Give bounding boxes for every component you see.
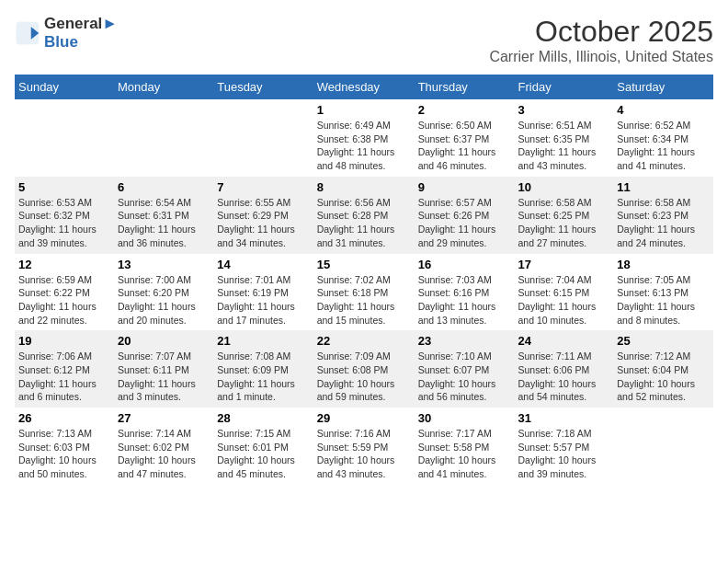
day-info: Sunrise: 7:00 AM Sunset: 6:20 PM Dayligh… [118, 273, 210, 327]
day-number: 28 [217, 411, 309, 425]
calendar-cell: 22Sunrise: 7:09 AM Sunset: 6:08 PM Dayli… [313, 330, 415, 408]
logo: General► Blue [15, 15, 118, 52]
day-number: 20 [118, 334, 210, 348]
weekday-header-row: SundayMondayTuesdayWednesdayThursdayFrid… [15, 75, 713, 99]
week-row-1: 1Sunrise: 6:49 AM Sunset: 6:38 PM Daylig… [15, 99, 713, 177]
day-info: Sunrise: 7:12 AM Sunset: 6:04 PM Dayligh… [617, 350, 710, 404]
day-number: 5 [18, 180, 110, 194]
day-number: 8 [317, 180, 411, 194]
day-number: 21 [217, 334, 309, 348]
day-number: 29 [317, 411, 411, 425]
calendar-cell [613, 408, 713, 485]
day-number: 25 [617, 334, 710, 348]
calendar-cell: 20Sunrise: 7:07 AM Sunset: 6:11 PM Dayli… [114, 330, 213, 408]
weekday-header-sunday: Sunday [15, 75, 114, 99]
day-number: 16 [418, 258, 511, 271]
day-number: 30 [418, 411, 511, 425]
day-number: 12 [18, 258, 110, 271]
day-number: 10 [518, 180, 610, 194]
location-title: Carrier Mills, Illinois, United States [489, 49, 713, 65]
day-info: Sunrise: 6:53 AM Sunset: 6:32 PM Dayligh… [18, 196, 110, 250]
calendar-cell: 11Sunrise: 6:58 AM Sunset: 6:23 PM Dayli… [613, 177, 713, 254]
calendar-table: SundayMondayTuesdayWednesdayThursdayFrid… [15, 75, 713, 485]
calendar-cell: 3Sunrise: 6:51 AM Sunset: 6:35 PM Daylig… [515, 99, 614, 177]
page-header: General► Blue October 2025 Carrier Mills… [15, 15, 713, 65]
day-info: Sunrise: 6:50 AM Sunset: 6:37 PM Dayligh… [418, 119, 511, 173]
calendar-cell: 19Sunrise: 7:06 AM Sunset: 6:12 PM Dayli… [15, 330, 114, 408]
day-info: Sunrise: 7:08 AM Sunset: 6:09 PM Dayligh… [217, 350, 309, 404]
day-number: 14 [217, 258, 309, 271]
calendar-cell: 29Sunrise: 7:16 AM Sunset: 5:59 PM Dayli… [313, 408, 415, 485]
day-info: Sunrise: 7:16 AM Sunset: 5:59 PM Dayligh… [317, 427, 411, 481]
day-info: Sunrise: 6:57 AM Sunset: 6:26 PM Dayligh… [418, 196, 511, 250]
logo-icon [15, 20, 40, 46]
week-row-2: 5Sunrise: 6:53 AM Sunset: 6:32 PM Daylig… [15, 177, 713, 254]
day-number: 26 [18, 411, 110, 425]
day-number: 27 [118, 411, 210, 425]
calendar-cell: 21Sunrise: 7:08 AM Sunset: 6:09 PM Dayli… [213, 330, 313, 408]
logo-text: General► Blue [44, 15, 118, 52]
calendar-cell: 5Sunrise: 6:53 AM Sunset: 6:32 PM Daylig… [15, 177, 114, 254]
day-info: Sunrise: 7:17 AM Sunset: 5:58 PM Dayligh… [418, 427, 511, 481]
day-number: 18 [617, 258, 710, 271]
day-info: Sunrise: 6:49 AM Sunset: 6:38 PM Dayligh… [317, 119, 411, 173]
month-title: October 2025 [489, 15, 713, 49]
day-info: Sunrise: 6:59 AM Sunset: 6:22 PM Dayligh… [18, 273, 110, 327]
day-info: Sunrise: 7:04 AM Sunset: 6:15 PM Dayligh… [518, 273, 610, 327]
day-number: 6 [118, 180, 210, 194]
day-info: Sunrise: 7:18 AM Sunset: 5:57 PM Dayligh… [518, 427, 610, 481]
calendar-cell: 24Sunrise: 7:11 AM Sunset: 6:06 PM Dayli… [515, 330, 614, 408]
day-info: Sunrise: 7:05 AM Sunset: 6:13 PM Dayligh… [617, 273, 710, 327]
day-number: 15 [317, 258, 411, 271]
day-number: 1 [317, 103, 411, 117]
calendar-cell: 4Sunrise: 6:52 AM Sunset: 6:34 PM Daylig… [613, 99, 713, 177]
day-number: 4 [617, 103, 710, 117]
day-info: Sunrise: 7:03 AM Sunset: 6:16 PM Dayligh… [418, 273, 511, 327]
day-info: Sunrise: 6:51 AM Sunset: 6:35 PM Dayligh… [518, 119, 610, 173]
day-number: 23 [418, 334, 511, 348]
calendar-cell: 25Sunrise: 7:12 AM Sunset: 6:04 PM Dayli… [613, 330, 713, 408]
day-info: Sunrise: 6:55 AM Sunset: 6:29 PM Dayligh… [217, 196, 309, 250]
day-number: 7 [217, 180, 309, 194]
calendar-cell: 17Sunrise: 7:04 AM Sunset: 6:15 PM Dayli… [515, 254, 614, 331]
day-info: Sunrise: 6:54 AM Sunset: 6:31 PM Dayligh… [118, 196, 210, 250]
day-number: 13 [118, 258, 210, 271]
calendar-cell: 14Sunrise: 7:01 AM Sunset: 6:19 PM Dayli… [213, 254, 313, 331]
calendar-cell: 26Sunrise: 7:13 AM Sunset: 6:03 PM Dayli… [15, 408, 114, 485]
calendar-cell: 6Sunrise: 6:54 AM Sunset: 6:31 PM Daylig… [114, 177, 213, 254]
day-number: 2 [418, 103, 511, 117]
day-number: 17 [518, 258, 610, 271]
weekday-header-thursday: Thursday [415, 75, 515, 99]
weekday-header-saturday: Saturday [613, 75, 713, 99]
day-number: 31 [518, 411, 610, 425]
calendar-cell: 16Sunrise: 7:03 AM Sunset: 6:16 PM Dayli… [415, 254, 515, 331]
calendar-cell: 10Sunrise: 6:58 AM Sunset: 6:25 PM Dayli… [515, 177, 614, 254]
day-info: Sunrise: 7:02 AM Sunset: 6:18 PM Dayligh… [317, 273, 411, 327]
weekday-header-tuesday: Tuesday [213, 75, 313, 99]
calendar-cell [213, 99, 313, 177]
weekday-header-monday: Monday [114, 75, 213, 99]
day-info: Sunrise: 7:10 AM Sunset: 6:07 PM Dayligh… [418, 350, 511, 404]
calendar-cell: 30Sunrise: 7:17 AM Sunset: 5:58 PM Dayli… [415, 408, 515, 485]
calendar-cell: 12Sunrise: 6:59 AM Sunset: 6:22 PM Dayli… [15, 254, 114, 331]
calendar-cell: 7Sunrise: 6:55 AM Sunset: 6:29 PM Daylig… [213, 177, 313, 254]
calendar-cell: 18Sunrise: 7:05 AM Sunset: 6:13 PM Dayli… [613, 254, 713, 331]
day-info: Sunrise: 7:14 AM Sunset: 6:02 PM Dayligh… [118, 427, 210, 481]
title-block: October 2025 Carrier Mills, Illinois, Un… [489, 15, 713, 65]
calendar-cell: 27Sunrise: 7:14 AM Sunset: 6:02 PM Dayli… [114, 408, 213, 485]
day-number: 3 [518, 103, 610, 117]
day-number: 24 [518, 334, 610, 348]
calendar-cell: 13Sunrise: 7:00 AM Sunset: 6:20 PM Dayli… [114, 254, 213, 331]
weekday-header-wednesday: Wednesday [313, 75, 415, 99]
day-number: 11 [617, 180, 710, 194]
week-row-4: 19Sunrise: 7:06 AM Sunset: 6:12 PM Dayli… [15, 330, 713, 408]
day-number: 22 [317, 334, 411, 348]
day-info: Sunrise: 7:07 AM Sunset: 6:11 PM Dayligh… [118, 350, 210, 404]
day-info: Sunrise: 6:58 AM Sunset: 6:23 PM Dayligh… [617, 196, 710, 250]
calendar-cell: 15Sunrise: 7:02 AM Sunset: 6:18 PM Dayli… [313, 254, 415, 331]
weekday-header-friday: Friday [515, 75, 614, 99]
day-info: Sunrise: 7:11 AM Sunset: 6:06 PM Dayligh… [518, 350, 610, 404]
week-row-5: 26Sunrise: 7:13 AM Sunset: 6:03 PM Dayli… [15, 408, 713, 485]
day-info: Sunrise: 6:52 AM Sunset: 6:34 PM Dayligh… [617, 119, 710, 173]
day-info: Sunrise: 7:06 AM Sunset: 6:12 PM Dayligh… [18, 350, 110, 404]
